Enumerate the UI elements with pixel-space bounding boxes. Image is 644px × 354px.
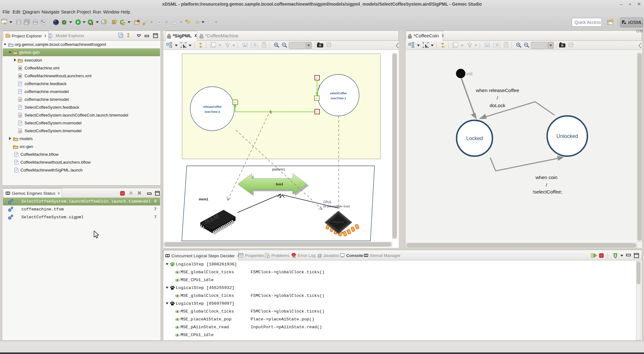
svg-text:6: 6 bbox=[270, 110, 272, 115]
svg-text:when coin: when coin bbox=[535, 175, 558, 180]
svg-text:(is preemptive=true): (is preemptive=true) bbox=[323, 204, 350, 208]
svg-text:mem1: mem1 bbox=[199, 197, 208, 201]
svg-text:init: init bbox=[466, 71, 473, 76]
svg-text:bus1: bus1 bbox=[276, 182, 283, 186]
svg-text:releaseCoffee: releaseCoffee bbox=[203, 105, 221, 108]
svg-text:/: / bbox=[546, 182, 547, 188]
svg-text:Locked: Locked bbox=[466, 135, 483, 141]
svg-text:execTime:1: execTime:1 bbox=[331, 97, 346, 100]
svg-text:H1OMMU: H1OMMU bbox=[331, 221, 344, 224]
svg-text:!selectCoffee;: !selectCoffee; bbox=[533, 189, 563, 194]
svg-text:Unlocked: Unlocked bbox=[557, 133, 578, 139]
svg-text:execTime:3: execTime:3 bbox=[205, 110, 220, 113]
svg-text:doLock: doLock bbox=[490, 103, 505, 108]
svg-text:when releaseCoffee: when releaseCoffee bbox=[475, 88, 519, 93]
svg-text:/: / bbox=[497, 95, 498, 101]
svg-text:selectCoffee: selectCoffee bbox=[330, 92, 347, 95]
svg-text:CPU1: CPU1 bbox=[323, 200, 332, 204]
